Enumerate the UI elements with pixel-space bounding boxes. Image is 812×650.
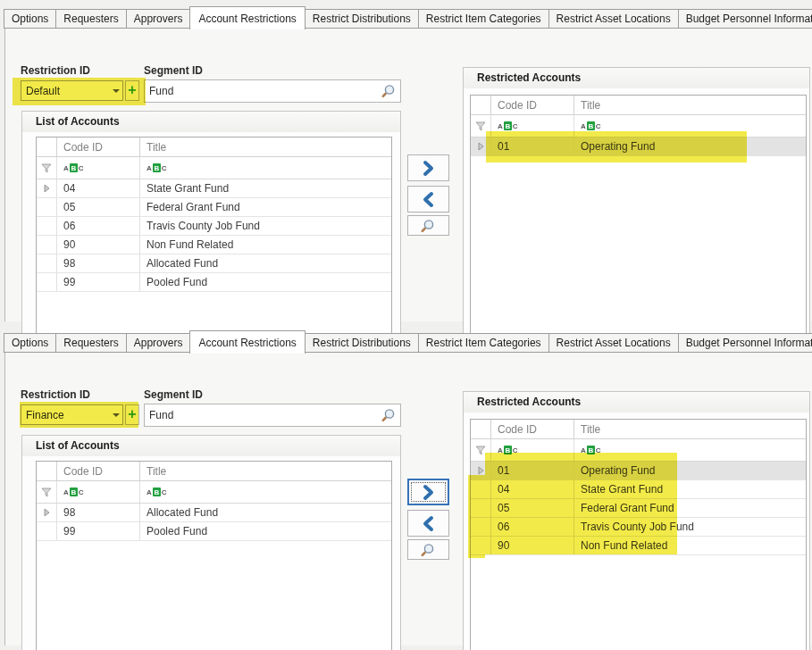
account-row[interactable]: 06 Travis County Job Fund xyxy=(471,518,806,537)
grid-header-row: Code ID Title xyxy=(37,138,391,157)
restriction-id-value: Default xyxy=(21,85,109,97)
indicator-header-cell xyxy=(37,138,57,156)
magnifier-icon[interactable] xyxy=(381,408,396,422)
column-header-title[interactable]: Title xyxy=(140,138,391,156)
account-row[interactable]: 06 Travis County Job Fund xyxy=(37,217,391,236)
restricted-accounts-grid: Code ID Title 01 Operating Fund xyxy=(470,95,807,338)
indicator-header-cell xyxy=(471,96,491,114)
tab-approvers[interactable]: Approvers xyxy=(126,333,191,353)
column-header-code-id[interactable]: Code ID xyxy=(491,96,574,114)
restriction-id-dropdown[interactable]: Default xyxy=(21,80,123,101)
chevron-down-icon[interactable] xyxy=(109,89,122,93)
account-row[interactable]: 04 State Grant Fund xyxy=(471,480,806,499)
restricted-accounts-group: Restricted Accounts Code ID Title xyxy=(463,391,810,650)
group-title: List of Accounts xyxy=(22,436,400,456)
app-window: Options Requesters Approvers Account Res… xyxy=(0,0,812,650)
column-header-title[interactable]: Title xyxy=(140,462,391,480)
add-restriction-button[interactable] xyxy=(125,404,139,425)
row-indicator-icon xyxy=(478,466,484,475)
account-row[interactable]: 90 Non Fund Related xyxy=(37,236,391,254)
column-header-code-id[interactable]: Code ID xyxy=(57,462,140,480)
row-indicator-icon xyxy=(44,184,50,193)
tab-requesters[interactable]: Requesters xyxy=(55,9,126,29)
segment-id-field[interactable]: Fund xyxy=(144,404,401,427)
move-right-button[interactable] xyxy=(407,154,449,181)
chevron-left-icon xyxy=(420,515,437,532)
search-accounts-button[interactable] xyxy=(407,215,449,236)
account-row[interactable]: 04 State Grant Fund xyxy=(37,179,391,198)
abc-filter-icon xyxy=(146,163,167,172)
group-title: List of Accounts xyxy=(22,112,400,132)
grid-header-row: Code ID Title xyxy=(471,96,806,115)
tab-restrict-distributions[interactable]: Restrict Distributions xyxy=(305,9,419,29)
restricted-accounts-group: Restricted Accounts Code ID Title xyxy=(463,67,810,346)
tab-budget-personnel-information[interactable]: Budget Personnel Information xyxy=(678,333,812,353)
column-header-code-id[interactable]: Code ID xyxy=(491,420,574,438)
tab-strip: Options Requesters Approvers Account Res… xyxy=(4,2,812,29)
tab-restrict-distributions[interactable]: Restrict Distributions xyxy=(305,333,419,353)
restricted-accounts-grid: Code ID Title 01 Operating Fund xyxy=(470,419,807,650)
grid-header-row: Code ID Title xyxy=(37,462,391,481)
segment-id-value: Fund xyxy=(145,85,381,97)
auto-filter-row[interactable] xyxy=(471,439,806,462)
tab-account-restrictions[interactable]: Account Restrictions xyxy=(189,6,305,29)
column-header-title[interactable]: Title xyxy=(574,96,806,114)
account-row[interactable]: 98 Allocated Fund xyxy=(37,504,391,522)
tab-restrict-item-categories[interactable]: Restrict Item Categories xyxy=(418,333,549,353)
search-accounts-button[interactable] xyxy=(407,539,449,560)
add-restriction-button[interactable] xyxy=(125,80,139,101)
account-row[interactable]: 98 Allocated Fund xyxy=(37,254,391,273)
column-header-code-id[interactable]: Code ID xyxy=(57,138,140,156)
tab-requesters[interactable]: Requesters xyxy=(55,333,126,353)
auto-filter-row[interactable] xyxy=(37,157,391,179)
list-of-accounts-group: List of Accounts Code ID Title xyxy=(21,111,401,340)
account-row[interactable]: 99 Pooled Fund xyxy=(37,522,391,541)
chevron-down-icon[interactable] xyxy=(109,413,122,417)
tab-strip: Options Requesters Approvers Account Res… xyxy=(4,326,812,353)
indicator-header-cell xyxy=(37,462,57,480)
auto-filter-row[interactable] xyxy=(37,481,391,504)
tab-options[interactable]: Options xyxy=(4,333,56,353)
magnifier-icon xyxy=(421,543,436,557)
tab-account-restrictions[interactable]: Account Restrictions xyxy=(189,330,305,354)
tab-restrict-asset-locations[interactable]: Restrict Asset Locations xyxy=(548,9,679,29)
segment-id-label: Segment ID xyxy=(144,388,203,401)
account-restrictions-panel-finance: Options Requesters Approvers Account Res… xyxy=(0,326,812,647)
chevron-left-icon xyxy=(420,191,437,208)
account-row[interactable]: 01 Operating Fund xyxy=(471,462,806,480)
abc-filter-icon xyxy=(63,163,84,172)
tab-options[interactable]: Options xyxy=(4,9,56,29)
list-of-accounts-grid: Code ID Title 04 State Grant Fund xyxy=(36,137,392,337)
column-header-title[interactable]: Title xyxy=(574,420,806,438)
chevron-right-icon xyxy=(420,484,437,501)
segment-id-field[interactable]: Fund xyxy=(144,79,401,103)
tab-restrict-asset-locations[interactable]: Restrict Asset Locations xyxy=(548,333,679,353)
magnifier-icon xyxy=(421,219,436,233)
list-of-accounts-grid: Code ID Title 98 Allocated Fund xyxy=(36,461,392,650)
account-row[interactable]: 05 Federal Grant Fund xyxy=(37,198,391,217)
tab-restrict-item-categories[interactable]: Restrict Item Categories xyxy=(418,9,549,29)
tab-budget-personnel-information[interactable]: Budget Personnel Information xyxy=(678,9,812,29)
group-title: Restricted Accounts xyxy=(464,392,809,412)
auto-filter-row[interactable] xyxy=(471,115,806,138)
row-indicator-icon xyxy=(478,142,484,151)
restriction-id-label: Restriction ID xyxy=(21,388,90,401)
abc-filter-icon xyxy=(498,121,518,130)
chevron-right-icon xyxy=(420,160,437,177)
restriction-id-value: Finance xyxy=(21,409,109,421)
account-row[interactable]: 99 Pooled Fund xyxy=(37,273,391,292)
account-row[interactable]: 01 Operating Fund xyxy=(471,138,806,156)
move-right-button[interactable] xyxy=(407,479,449,505)
row-indicator-icon xyxy=(44,508,50,517)
tab-approvers[interactable]: Approvers xyxy=(126,9,191,29)
segment-id-value: Fund xyxy=(145,409,381,421)
move-left-button[interactable] xyxy=(407,186,449,212)
account-row[interactable]: 90 Non Fund Related xyxy=(471,537,806,555)
restriction-id-dropdown[interactable]: Finance xyxy=(21,404,123,425)
account-row[interactable]: 05 Federal Grant Fund xyxy=(471,499,806,518)
list-of-accounts-group: List of Accounts Code ID Title xyxy=(21,435,401,650)
account-restrictions-panel-default: Options Requesters Approvers Account Res… xyxy=(0,2,812,323)
move-left-button[interactable] xyxy=(407,510,449,537)
magnifier-icon[interactable] xyxy=(381,84,396,98)
indicator-header-cell xyxy=(471,420,491,438)
